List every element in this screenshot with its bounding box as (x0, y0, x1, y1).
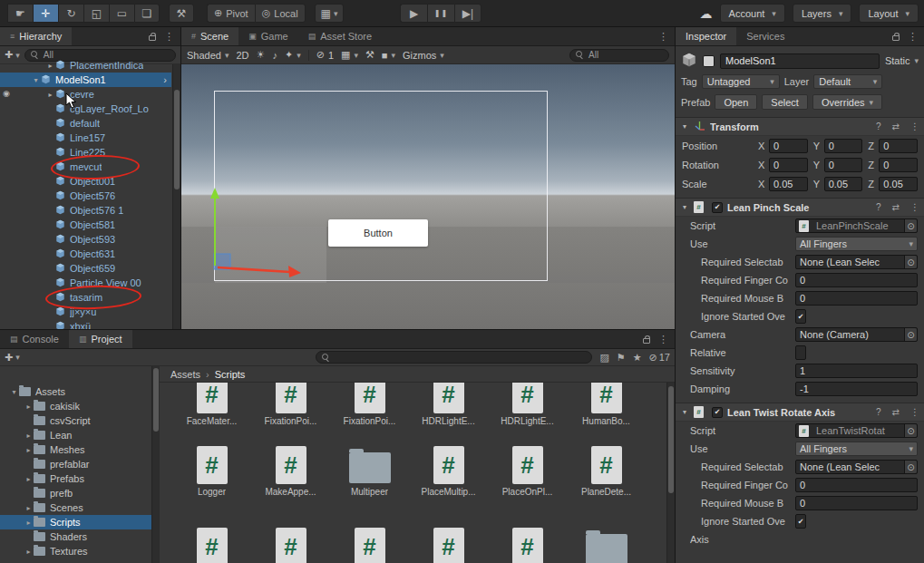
object-picker-icon[interactable]: ⊙ (904, 219, 917, 232)
number-field[interactable]: -1 (795, 382, 918, 396)
lock-icon[interactable] (892, 35, 900, 41)
object-picker-icon[interactable]: ⊙ (904, 461, 917, 473)
active-checkbox[interactable] (703, 55, 715, 67)
asset-item[interactable] (567, 528, 646, 563)
expand-arrow-icon[interactable]: ▸ (45, 62, 55, 70)
layout-dropdown[interactable]: Layout▾ (859, 4, 919, 23)
saved-search-star-icon[interactable]: ★ (633, 352, 642, 364)
object-picker-icon[interactable]: ⊙ (904, 424, 917, 437)
scale-tool[interactable]: ◱ (83, 4, 109, 23)
effects-dropdown[interactable]: ✦ ▾ (285, 49, 301, 61)
asset-item[interactable]: # (251, 528, 330, 563)
property-checkbox[interactable]: ✔ (795, 345, 806, 360)
cloud-icon[interactable]: ☁ (700, 6, 713, 21)
y-value-field[interactable]: 0.05 (824, 177, 863, 191)
folder-tree-scrollbar[interactable] (151, 366, 160, 563)
tab-console[interactable]: ▤ Console (0, 330, 69, 348)
component-enabled-checkbox[interactable]: ✔ (712, 407, 723, 418)
asset-item[interactable]: # HDRLightE... (488, 383, 567, 426)
folder-tree-item[interactable]: ▸ Scenes (0, 500, 159, 515)
number-field[interactable]: 1 (795, 364, 918, 378)
grid-visibility-dropdown[interactable]: ▦ ▾ (341, 49, 358, 61)
object-field[interactable]: None (Lean Selec ⊙ (795, 460, 918, 474)
breadcrumb-current[interactable]: Scripts (215, 369, 246, 380)
rect-tool[interactable]: ▭ (109, 4, 134, 23)
step-button[interactable]: ▶| (454, 4, 481, 23)
expand-arrow-icon[interactable]: ▸ (24, 475, 34, 483)
panel-menu-icon[interactable]: ⋮ (164, 31, 174, 43)
tag-dropdown[interactable]: Untagged ▾ (702, 74, 780, 89)
hierarchy-item[interactable]: ◉ Object659 › (0, 261, 171, 276)
hierarchy-item[interactable]: ◉ mevcut › (0, 160, 171, 174)
hidden-assets-count[interactable]: ⊘ 17 (649, 352, 670, 364)
asset-item[interactable]: # Logger (172, 446, 251, 497)
local-toggle[interactable]: ◎ Local (255, 4, 306, 23)
dropdown-field[interactable]: All Fingers ▾ (795, 442, 918, 456)
create-asset-button[interactable]: ✚ ▾ (5, 352, 20, 364)
hierarchy-item[interactable]: ◉ Line225 › (0, 145, 171, 160)
hand-tool[interactable]: ☛ (7, 4, 33, 23)
asset-item[interactable]: # PlaceMultip... (409, 446, 488, 497)
draw-mode-dropdown[interactable]: Shaded ▾ (187, 50, 229, 61)
object-field[interactable]: None (Lean Selec ⊙ (795, 255, 918, 269)
static-dropdown[interactable]: Static ▾ (885, 55, 919, 66)
asset-grid-scrollbar[interactable] (666, 383, 675, 563)
y-value-field[interactable]: 0 (824, 158, 863, 172)
transform-tool[interactable]: ❏ (134, 4, 160, 23)
scene-search-input[interactable]: All (569, 49, 669, 62)
prefab-open-button[interactable]: Open (715, 94, 757, 110)
presets-icon[interactable]: ⇄ (892, 407, 900, 417)
asset-item[interactable]: Multipeer (330, 446, 409, 497)
gizmo-y-arrowhead[interactable] (210, 188, 219, 199)
hierarchy-item[interactable]: ◉ Object576 › (0, 189, 171, 203)
expand-arrow-icon[interactable]: ▸ (24, 519, 34, 527)
object-picker-icon[interactable]: ⊙ (904, 256, 917, 268)
object-field[interactable]: None (Camera) ⊙ (795, 327, 918, 342)
layers-dropdown[interactable]: Layers▾ (793, 4, 852, 23)
camera-settings-dropdown[interactable]: ■ ▾ (382, 50, 395, 61)
audio-toggle-icon[interactable]: ♪ (272, 50, 277, 61)
component-enabled-checkbox[interactable]: ✔ (712, 202, 723, 213)
lock-icon[interactable] (149, 35, 156, 41)
hierarchy-item[interactable]: ◉ Object001 › (0, 174, 171, 189)
hierarchy-item[interactable]: ◉ ▾ ModelSon1 › (0, 73, 171, 87)
asset-item[interactable]: # MakeAppe... (251, 446, 330, 497)
hierarchy-item[interactable]: ◉ ▸ cevre › (0, 87, 171, 102)
search-by-label-icon[interactable]: ⚑ (617, 352, 626, 364)
gameobject-name-field[interactable]: ModelSon1 (720, 53, 880, 69)
2d-toggle[interactable]: 2D (236, 50, 248, 61)
expand-arrow-icon[interactable]: ▾ (31, 76, 41, 84)
account-dropdown[interactable]: Account▾ (720, 4, 785, 23)
scene-viewport[interactable]: Button (181, 64, 676, 329)
script-field[interactable]: # LeanTwistRotat ⊙ (795, 423, 918, 438)
folder-tree-item[interactable]: ▸ Meshes (0, 442, 159, 457)
tab-asset-store[interactable]: ▤ Asset Store (298, 27, 382, 45)
foldout-arrow-icon[interactable]: ▾ (680, 408, 689, 416)
gizmo-x-arrowhead[interactable] (288, 266, 301, 277)
dropdown-field[interactable]: All Fingers ▾ (795, 237, 918, 251)
asset-item[interactable]: # FixationPoi... (251, 383, 330, 426)
folder-tree-item[interactable]: ▸ Scripts (0, 515, 159, 529)
lighting-toggle-icon[interactable]: ☀ (257, 49, 266, 61)
z-value-field[interactable]: 0 (879, 158, 918, 172)
folder-tree-item[interactable]: ▸ Lean (0, 428, 159, 442)
asset-item[interactable]: # (488, 528, 567, 563)
gizmos-dropdown[interactable]: Gizmos ▾ (403, 50, 444, 61)
help-icon[interactable]: ? (876, 121, 881, 131)
folder-tree-item[interactable]: ▸ Textures (0, 544, 159, 558)
hierarchy-item[interactable]: ◉ Object593 › (0, 232, 171, 247)
number-field[interactable]: 0 (795, 478, 918, 492)
z-value-field[interactable]: 0.05 (879, 177, 918, 191)
asset-item[interactable]: # HumanBo... (567, 383, 646, 426)
hidden-objects-count[interactable]: ⊘ 1 (316, 49, 334, 61)
number-field[interactable]: 0 (795, 273, 918, 287)
x-value-field[interactable]: 0 (769, 139, 808, 153)
folder-tree-item[interactable]: csvScript (0, 413, 159, 428)
grid-snap-button[interactable]: ▦ ▾ (315, 4, 345, 23)
foldout-arrow-icon[interactable]: ▾ (680, 122, 689, 131)
hierarchy-item[interactable]: ◉ Object576 1 › (0, 203, 171, 218)
pause-button[interactable]: ❚❚ (427, 4, 454, 23)
asset-item[interactable]: # (330, 528, 409, 563)
hierarchy-item[interactable]: ◉ Object581 › (0, 218, 171, 232)
asset-item[interactable]: # HDRLightE... (409, 383, 488, 426)
